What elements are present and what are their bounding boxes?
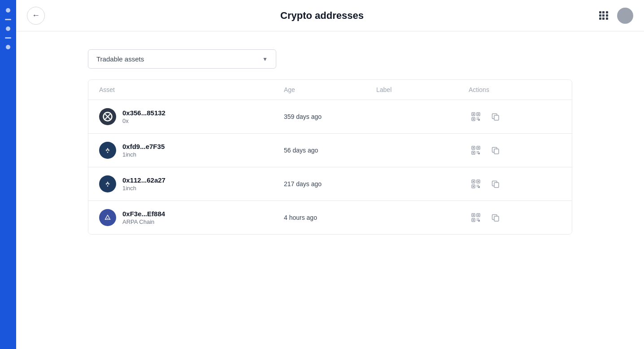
svg-rect-35 — [473, 186, 474, 187]
asset-cell: 0x112...62a27 1inch — [99, 175, 284, 192]
asset-cell: 0x356...85132 0x — [99, 108, 284, 125]
svg-point-16 — [107, 152, 109, 153]
grid-icon — [599, 11, 608, 20]
table-header: Asset Age Label Actions — [88, 80, 572, 100]
svg-rect-51 — [478, 220, 480, 222]
svg-rect-13 — [478, 119, 480, 121]
svg-rect-43 — [473, 214, 474, 216]
copy-icon — [491, 179, 500, 188]
qr-code-button[interactable] — [469, 210, 483, 225]
tradable-assets-dropdown[interactable]: Tradable assets ▼ — [88, 49, 276, 69]
asset-address: 0x356...85132 — [122, 109, 165, 117]
svg-rect-22 — [473, 152, 474, 153]
svg-rect-52 — [494, 216, 499, 221]
qr-code-button[interactable] — [469, 143, 483, 157]
svg-rect-20 — [478, 147, 479, 148]
svg-rect-49 — [478, 218, 479, 219]
svg-rect-11 — [478, 118, 479, 118]
svg-rect-27 — [494, 149, 499, 154]
header-left: ← — [27, 7, 45, 25]
asset-icon — [99, 175, 116, 192]
actions-cell — [469, 177, 561, 191]
qr-icon — [471, 213, 481, 222]
sidebar-indicator — [5, 19, 11, 20]
asset-cell: 0xfd9...e7F35 1inch — [99, 142, 284, 159]
asset-info: 0xF3e...Ef884 ARPA Chain — [122, 210, 165, 225]
copy-button[interactable] — [488, 109, 503, 124]
svg-rect-31 — [473, 181, 474, 182]
back-button[interactable]: ← — [27, 7, 45, 25]
actions-cell — [469, 210, 561, 225]
age-cell: 4 hours ago — [284, 214, 376, 221]
sidebar-indicator — [6, 26, 10, 31]
filter-wrapper: Tradable assets ▼ — [88, 49, 572, 69]
user-avatar[interactable] — [617, 8, 633, 24]
header-right — [596, 8, 633, 24]
svg-point-41 — [102, 212, 113, 223]
svg-rect-50 — [477, 220, 478, 221]
qr-icon — [471, 112, 481, 122]
svg-rect-10 — [477, 118, 478, 118]
copy-icon — [491, 112, 500, 121]
table-row: 0xfd9...e7F35 1inch 56 days ago — [88, 134, 572, 167]
svg-rect-18 — [473, 147, 474, 148]
asset-symbol: 1inch — [122, 151, 165, 158]
age-cell: 56 days ago — [284, 147, 376, 154]
age-cell: 217 days ago — [284, 180, 376, 188]
qr-icon — [471, 179, 481, 189]
sidebar — [0, 0, 16, 349]
qr-code-button[interactable] — [469, 177, 483, 191]
back-icon: ← — [32, 11, 40, 20]
svg-rect-5 — [473, 113, 474, 115]
svg-rect-12 — [477, 119, 478, 120]
sidebar-indicator — [6, 8, 10, 13]
copy-button[interactable] — [488, 143, 503, 157]
actions-cell — [469, 109, 561, 124]
sidebar-indicator — [6, 45, 10, 49]
asset-info: 0x356...85132 0x — [122, 109, 165, 124]
asset-cell: 0xF3e...Ef884 ARPA Chain — [99, 209, 284, 226]
svg-rect-37 — [478, 185, 479, 186]
asset-symbol: ARPA Chain — [122, 218, 165, 225]
svg-rect-25 — [477, 153, 478, 153]
asset-address: 0x112...62a27 — [122, 176, 165, 184]
svg-rect-7 — [478, 113, 479, 115]
header: ← Crypto addresses — [16, 0, 644, 31]
copy-button[interactable] — [488, 210, 503, 225]
asset-symbol: 0x — [122, 118, 165, 124]
svg-point-28 — [102, 179, 113, 189]
asset-icon — [99, 142, 116, 159]
asset-info: 0x112...62a27 1inch — [122, 176, 165, 192]
age-cell: 359 days ago — [284, 113, 376, 120]
asset-symbol: 1inch — [122, 185, 165, 192]
asset-info: 0xfd9...e7F35 1inch — [122, 143, 165, 158]
svg-rect-23 — [477, 151, 478, 152]
column-asset: Asset — [99, 86, 284, 93]
svg-rect-48 — [477, 218, 478, 219]
actions-cell — [469, 143, 561, 157]
column-label: Label — [376, 86, 469, 93]
qr-code-button[interactable] — [469, 109, 483, 124]
copy-button[interactable] — [488, 177, 503, 191]
svg-point-29 — [107, 185, 109, 187]
main-content: ← Crypto addresses Tradable assets ▼ — [16, 0, 644, 349]
svg-point-15 — [102, 145, 113, 156]
svg-rect-33 — [478, 181, 479, 182]
page-title: Crypto addresses — [280, 10, 364, 22]
svg-rect-47 — [473, 219, 474, 221]
crypto-addresses-table: Asset Age Label Actions — [88, 79, 572, 235]
page-body: Tradable assets ▼ Asset Age Label Action… — [16, 31, 644, 253]
table-row: 0xF3e...Ef884 ARPA Chain 4 hours ago — [88, 201, 572, 234]
svg-rect-9 — [473, 118, 474, 120]
asset-icon — [99, 209, 116, 226]
asset-icon — [99, 108, 116, 125]
svg-rect-39 — [478, 186, 480, 188]
svg-rect-40 — [494, 183, 499, 188]
copy-icon — [491, 213, 500, 222]
svg-rect-45 — [478, 214, 479, 216]
sidebar-indicator — [5, 37, 11, 39]
column-actions: Actions — [469, 86, 561, 93]
grid-icon-button[interactable] — [596, 8, 612, 24]
svg-rect-36 — [477, 185, 478, 186]
table-row: 0x112...62a27 1inch 217 days ago — [88, 167, 572, 201]
